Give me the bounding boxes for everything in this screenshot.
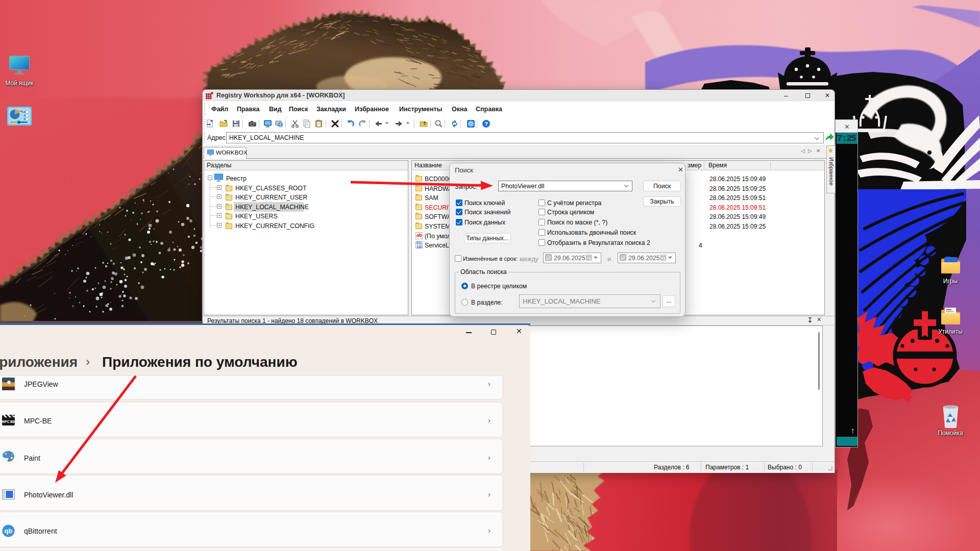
svg-text:qb: qb [5,528,13,535]
svg-text:MPC BE: MPC BE [2,420,15,423]
svg-text:?: ? [484,121,488,127]
